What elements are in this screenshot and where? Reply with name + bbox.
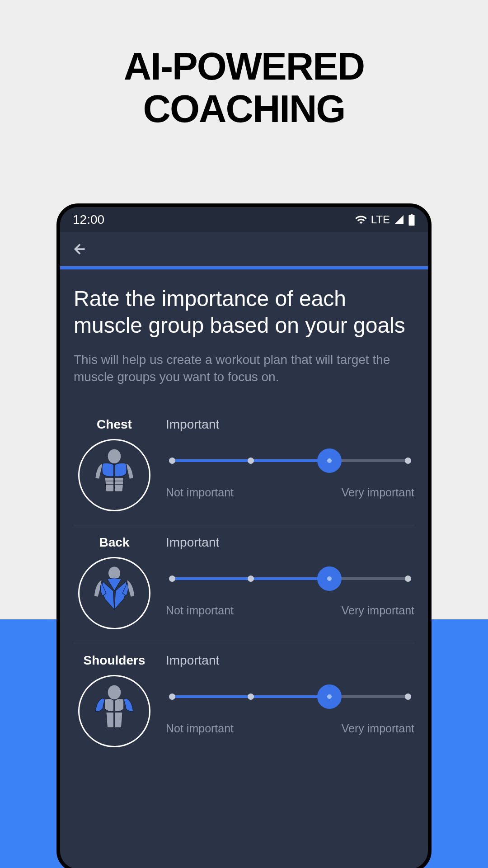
slider-min-label: Not important xyxy=(166,604,234,617)
screen-subtitle: This will help us create a workout plan … xyxy=(74,351,414,386)
signal-icon xyxy=(394,214,404,225)
muscle-row-back: Back Important xyxy=(74,525,414,643)
slider-max-label: Very important xyxy=(342,604,414,617)
slider-max-label: Very important xyxy=(342,486,414,499)
slider-min-label: Not important xyxy=(166,722,234,735)
muscle-row-shoulders: Shoulders Important xyxy=(74,643,414,761)
slider-thumb[interactable] xyxy=(317,566,342,591)
muscle-label: Back xyxy=(99,535,130,550)
promo-headline: AI-POWERED COACHING xyxy=(0,0,488,130)
slider-thumb[interactable] xyxy=(317,684,342,709)
app-header xyxy=(60,232,428,266)
status-network: LTE xyxy=(371,213,390,226)
svg-point-0 xyxy=(108,449,121,463)
onboarding-progress xyxy=(60,266,428,269)
importance-slider-shoulders[interactable] xyxy=(172,684,408,709)
muscle-label: Shoulders xyxy=(84,653,145,668)
battery-icon xyxy=(408,214,415,226)
importance-slider-chest[interactable] xyxy=(172,448,408,473)
slider-thumb[interactable] xyxy=(317,448,342,473)
promo-headline-line2: COACHING xyxy=(0,88,488,130)
screen-content: Rate the importance of each muscle group… xyxy=(60,269,428,761)
muscle-label: Chest xyxy=(97,417,132,432)
status-time: 12:00 xyxy=(73,212,104,227)
shoulders-muscle-icon xyxy=(78,675,150,747)
importance-level-label: Important xyxy=(166,417,414,432)
wifi-icon xyxy=(355,213,367,226)
screen-heading: Rate the importance of each muscle group… xyxy=(74,286,414,339)
muscle-row-chest: Chest xyxy=(74,407,414,525)
status-icons: LTE xyxy=(355,213,415,226)
arrow-left-icon xyxy=(72,241,88,257)
importance-level-label: Important xyxy=(166,653,414,668)
slider-max-label: Very important xyxy=(342,722,414,735)
back-muscle-icon xyxy=(78,557,150,629)
phone-mockup: 12:00 LTE Rate the importance of each mu… xyxy=(56,203,432,868)
back-button[interactable] xyxy=(71,240,89,258)
slider-min-label: Not important xyxy=(166,486,234,499)
importance-slider-back[interactable] xyxy=(172,566,408,591)
svg-point-6 xyxy=(108,685,121,699)
importance-level-label: Important xyxy=(166,535,414,550)
promo-headline-line1: AI-POWERED xyxy=(0,45,488,88)
status-bar: 12:00 LTE xyxy=(60,207,428,232)
chest-muscle-icon xyxy=(78,439,150,511)
